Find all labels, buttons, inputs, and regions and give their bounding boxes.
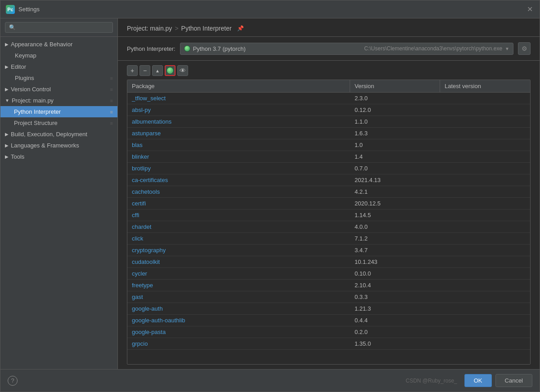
table-row[interactable]: cachetools4.2.1 (127, 186, 530, 198)
search-input[interactable] (5, 22, 113, 33)
interpreter-settings-button[interactable]: ⚙ (518, 42, 531, 55)
table-row[interactable]: certifi2020.12.5 (127, 198, 530, 209)
latest-version-cell (440, 209, 530, 221)
table-row[interactable]: blas1.0 (127, 139, 530, 151)
latest-version-cell (440, 198, 530, 209)
latest-version-cell (440, 256, 530, 267)
sidebar-item-label: Appearance & Behavior (11, 41, 72, 48)
sidebar-item-project[interactable]: ▼ Project: main.py ≡ (0, 95, 117, 106)
latest-version-cell (440, 163, 530, 174)
upgrade-package-button[interactable]: ▲ (152, 65, 163, 76)
table-row[interactable]: _tflow_select2.3.0 (127, 93, 530, 104)
latest-version-cell (440, 128, 530, 139)
latest-version-cell (440, 233, 530, 244)
sidebar-item-python-interpreter[interactable]: Python Interpreter ≡ (0, 106, 117, 117)
help-button[interactable]: ? (8, 376, 18, 386)
show-options-button[interactable] (165, 65, 176, 76)
table-row[interactable]: brotlipy0.7.0 (127, 163, 530, 174)
table-row[interactable]: cffi1.14.5 (127, 209, 530, 221)
sidebar-item-keymap[interactable]: Keymap (0, 50, 117, 61)
table-row[interactable]: absl-py0.12.0 (127, 104, 530, 116)
cancel-button[interactable]: Cancel (495, 374, 532, 387)
sidebar-item-appearance[interactable]: ▶ Appearance & Behavior (0, 39, 117, 50)
sidebar-item-build[interactable]: ▶ Build, Execution, Deployment (0, 129, 117, 140)
remove-package-button[interactable]: − (140, 65, 150, 76)
latest-version-cell (440, 104, 530, 116)
sidebar-item-tools[interactable]: ▶ Tools (0, 151, 117, 162)
settings-window: Pc Settings ✕ ▶ Appearance & Behavior Ke… (0, 0, 540, 392)
latest-version-cell (440, 93, 530, 104)
sidebar-item-editor[interactable]: ▶ Editor (0, 61, 117, 72)
inspect-button[interactable]: 👁 (177, 65, 188, 76)
main-content: Project: main.py > Python Interpreter 📌 … (118, 18, 540, 369)
sidebar-item-version-control[interactable]: ▶ Version Control ≡ (0, 84, 117, 95)
table-row[interactable]: cudatoolkit10.1.243 (127, 256, 530, 268)
package-area: + − ▲ 👁 (118, 61, 540, 369)
version-cell: 1.4 (350, 151, 440, 162)
package-name-cell: certifi (127, 198, 350, 209)
package-name-cell: click (127, 233, 350, 244)
package-name-cell: grpcio (127, 338, 350, 349)
sidebar-item-languages[interactable]: ▶ Languages & Frameworks (0, 140, 117, 151)
table-row[interactable]: google-auth1.21.3 (127, 303, 530, 315)
latest-version-cell (440, 139, 530, 151)
interpreter-section: Python Interpreter: Python 3.7 (pytorch)… (118, 37, 540, 61)
table-row[interactable]: grpcio1.35.0 (127, 338, 530, 350)
arrow-icon: ▶ (5, 143, 9, 148)
watermark: CSDN @Ruby_rose_ (406, 378, 457, 384)
arrow-icon: ▶ (5, 42, 9, 47)
sidebar-item-label: Keymap (15, 52, 36, 59)
table-row[interactable]: astunparse1.6.3 (127, 128, 530, 139)
header-package: Package (127, 80, 350, 92)
table-row[interactable]: ca-certificates2021.4.13 (127, 174, 530, 186)
sidebar-item-label: Python Interpreter (14, 108, 61, 115)
version-cell: 1.21.3 (350, 303, 440, 314)
table-row[interactable]: google-pasta0.2.0 (127, 326, 530, 338)
latest-version-cell (440, 268, 530, 279)
version-cell: 0.12.0 (350, 104, 440, 116)
footer-buttons: OK Cancel (464, 374, 532, 387)
table-header: Package Version Latest version (127, 80, 530, 93)
sidebar-item-label: Languages & Frameworks (11, 142, 79, 149)
version-cell: 4.2.1 (350, 186, 440, 197)
version-cell: 0.2.0 (350, 326, 440, 338)
package-name-cell: chardet (127, 221, 350, 232)
sidebar-item-plugins[interactable]: Plugins ≡ (0, 72, 117, 84)
table-row[interactable]: cycler0.10.0 (127, 268, 530, 280)
package-name-cell: cryptography (127, 245, 350, 256)
version-cell: 7.1.2 (350, 233, 440, 244)
sidebar-item-label: Project Structure (14, 120, 58, 126)
package-name-cell: cudatoolkit (127, 256, 350, 267)
latest-version-cell (440, 221, 530, 232)
table-row[interactable]: chardet4.0.0 (127, 221, 530, 233)
pin-icon: 📌 (237, 25, 244, 31)
sidebar-item-label: Plugins (15, 75, 34, 81)
table-row[interactable]: click7.1.2 (127, 233, 530, 245)
title-bar: Pc Settings ✕ (0, 0, 540, 18)
add-package-button[interactable]: + (127, 65, 138, 76)
interpreter-dropdown[interactable]: Python 3.7 (pytorch) C:\Users\Clementine… (180, 43, 513, 55)
package-name-cell: freetype (127, 280, 350, 291)
sidebar-item-project-structure[interactable]: Project Structure ≡ (0, 117, 117, 129)
ok-button[interactable]: OK (464, 374, 492, 387)
version-cell: 0.4.4 (350, 315, 440, 326)
arrow-down-icon: ▼ (5, 98, 9, 103)
version-cell: 2.10.4 (350, 280, 440, 291)
close-button[interactable]: ✕ (527, 6, 534, 13)
sidebar-item-label: Editor (11, 63, 26, 70)
table-row[interactable]: gast0.3.3 (127, 291, 530, 303)
header-version: Version (350, 80, 440, 92)
package-name-cell: _tflow_select (127, 93, 350, 104)
package-toolbar: + − ▲ 👁 (127, 65, 531, 76)
package-name-cell: absl-py (127, 104, 350, 116)
table-row[interactable]: cryptography3.4.7 (127, 245, 530, 256)
arrow-icon: ▶ (5, 87, 9, 92)
version-cell: 1.6.3 (350, 128, 440, 139)
table-row[interactable]: albumentations1.1.0 (127, 116, 530, 128)
table-row[interactable]: blinker1.4 (127, 151, 530, 163)
table-row[interactable]: google-auth-oauthlib0.4.4 (127, 315, 530, 326)
table-row[interactable]: freetype2.10.4 (127, 280, 530, 291)
chevron-down-icon: ▼ (505, 46, 509, 51)
breadcrumb-project: Project: main.py (127, 25, 172, 32)
sidebar-item-label: Project: main.py (12, 97, 54, 104)
